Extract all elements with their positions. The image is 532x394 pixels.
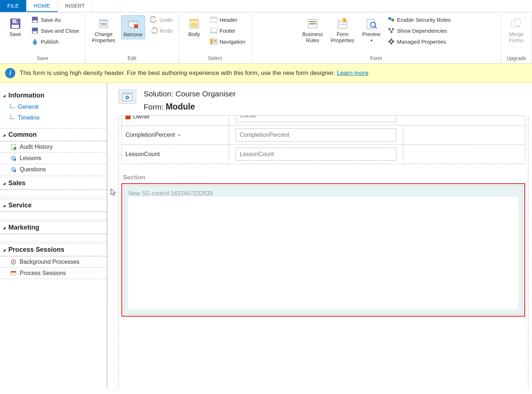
field-label-lesson: LessonCount: [125, 151, 160, 158]
dependencies-icon: [388, 27, 395, 34]
tab-insert[interactable]: INSERT: [58, 0, 93, 12]
svg-point-58: [13, 261, 14, 263]
svg-point-52: [13, 147, 16, 150]
form-properties-icon: [336, 17, 349, 30]
save-as-icon: [31, 16, 39, 23]
footer-button[interactable]: Footer: [209, 26, 247, 35]
subgrid-control-selected[interactable]: New SG control 1632487232839: [121, 183, 525, 317]
svg-rect-5: [33, 20, 37, 22]
redo-label: Redo: [160, 28, 173, 34]
ribbon-group-save: Save Save As Save and Close Publish Save: [0, 12, 85, 63]
sidebar-item-process-sessions[interactable]: Process Sessions: [0, 268, 107, 279]
tab-home[interactable]: HOME: [27, 0, 58, 12]
navigation-icon: [210, 38, 217, 45]
svg-rect-26: [213, 41, 216, 42]
gear-icon: [388, 38, 395, 45]
managed-properties-button[interactable]: Managed Properties: [386, 37, 452, 46]
header-button[interactable]: Header: [209, 15, 247, 24]
svg-rect-62: [123, 93, 132, 95]
svg-line-35: [375, 27, 377, 28]
merge-forms-button[interactable]: Merge Forms: [505, 15, 527, 45]
svg-point-8: [33, 40, 37, 45]
save-close-button[interactable]: Save and Close: [30, 26, 81, 35]
preview-label: Preview▼: [362, 31, 380, 43]
enable-security-label: Enable Security Roles: [397, 17, 451, 23]
sidebar-item-lessons[interactable]: Lessons: [0, 153, 107, 164]
security-icon: [388, 16, 395, 23]
ribbon-group-select-label: Select: [208, 54, 222, 63]
ribbon-group-edit-label: Edit: [128, 54, 136, 63]
save-close-label: Save and Close: [41, 28, 79, 34]
save-icon: [9, 17, 21, 30]
ribbon-group-upgrade: Merge Forms Upgrade: [501, 12, 532, 63]
info-bar: i This form is using high density header…: [0, 64, 532, 83]
save-as-button[interactable]: Save As: [30, 15, 81, 24]
svg-rect-11: [100, 20, 108, 22]
show-dependencies-button[interactable]: Show Dependencies: [386, 26, 452, 35]
sidebar-item-background-processes[interactable]: Background Processes: [0, 256, 107, 268]
plus-icon: +: [178, 132, 181, 138]
svg-rect-32: [339, 24, 346, 25]
sidebar: Information General Timeline Common Audi…: [0, 83, 107, 389]
undo-icon: [150, 16, 157, 23]
svg-rect-15: [129, 21, 137, 23]
sidebar-item-general[interactable]: General: [0, 102, 107, 112]
sidebar-header-information[interactable]: Information: [0, 89, 107, 102]
main-panel: Solution: Course Organiser Form: Module …: [107, 83, 532, 389]
redo-icon: [150, 27, 157, 34]
section-label: Section: [123, 174, 528, 181]
business-rules-icon: [307, 17, 319, 30]
sidebar-header-sales[interactable]: Sales: [0, 177, 107, 190]
enable-security-button[interactable]: Enable Security Roles: [386, 15, 452, 24]
save-label: Save: [9, 31, 21, 37]
business-rules-button[interactable]: Business Rules: [300, 15, 325, 45]
redo-button[interactable]: Redo: [149, 26, 174, 35]
body-icon: [188, 17, 200, 30]
field-input-owner[interactable]: [236, 115, 396, 122]
field-row-completion[interactable]: CompletionPercent+: [121, 125, 525, 145]
solution-title: Solution: Course Organiser: [144, 89, 236, 98]
save-button[interactable]: Save: [4, 15, 26, 39]
remove-button[interactable]: Remove: [121, 15, 145, 39]
sidebar-header-service[interactable]: Service: [0, 199, 107, 212]
sidebar-item-questions[interactable]: Questions: [0, 164, 107, 175]
field-row-lesson[interactable]: LessonCount: [121, 144, 525, 164]
tab-file[interactable]: FILE: [0, 0, 27, 12]
preview-button[interactable]: Preview▼: [360, 15, 383, 44]
merge-icon: [510, 17, 523, 30]
footer-icon: [210, 27, 217, 34]
publish-button[interactable]: Publish: [30, 37, 81, 46]
learn-more-link[interactable]: Learn more: [337, 69, 368, 76]
svg-rect-3: [16, 20, 18, 22]
field-row-owner[interactable]: Owner: [121, 115, 525, 126]
undo-button[interactable]: Undo: [149, 15, 174, 24]
form-properties-button[interactable]: Form Properties: [329, 15, 356, 45]
svg-line-42: [391, 30, 393, 31]
svg-point-37: [391, 19, 394, 21]
navigation-button[interactable]: Navigation: [209, 37, 247, 46]
body-label: Body: [188, 31, 200, 37]
sidebar-header-common[interactable]: Common: [0, 128, 107, 141]
main-header: Solution: Course Organiser Form: Module: [107, 83, 532, 115]
sidebar-header-process[interactable]: Process Sessions: [0, 243, 107, 256]
sidebar-header-marketing[interactable]: Marketing: [0, 221, 107, 234]
svg-rect-38: [388, 28, 391, 30]
svg-rect-17: [190, 19, 199, 21]
body-button[interactable]: Body: [183, 15, 205, 39]
change-properties-button[interactable]: Change Properties: [90, 15, 117, 45]
field-input-completion[interactable]: [236, 128, 396, 142]
remove-label: Remove: [124, 32, 143, 37]
sidebar-item-audit[interactable]: Audit History: [0, 141, 107, 153]
svg-point-54: [14, 159, 16, 161]
sidebar-item-timeline[interactable]: Timeline: [0, 112, 107, 123]
ribbon-group-save-label: Save: [37, 54, 48, 63]
questions-icon: [10, 166, 17, 173]
form-canvas: Owner CompletionPercent+ LessonCount: [118, 115, 528, 389]
show-dependencies-label: Show Dependencies: [397, 28, 447, 34]
ribbon-group-upgrade-label: Upgrade: [507, 54, 526, 63]
form-icon: [118, 89, 136, 104]
bg-process-icon: [10, 259, 17, 265]
sidebar-empty-marketing: [0, 234, 107, 242]
tab-bar: FILE HOME INSERT: [0, 0, 532, 12]
field-input-lesson[interactable]: [236, 148, 396, 161]
